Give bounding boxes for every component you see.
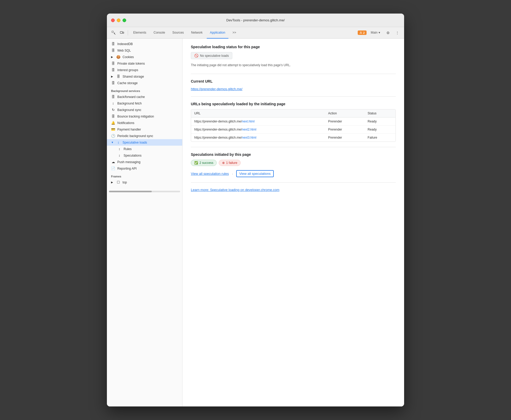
view-speculations-link[interactable]: View all speculations <box>236 170 274 177</box>
action-cell-1: Prerender <box>325 118 365 126</box>
close-button[interactable] <box>111 18 115 22</box>
view-rules-link[interactable]: View all speculation rules <box>191 172 229 176</box>
speculations-icon: ↕ <box>117 153 121 157</box>
check-circle-icon: ✅ <box>194 161 198 165</box>
sidebar-item-top[interactable]: ▶ ☐ top <box>107 179 182 186</box>
sidebar-item-periodic-bg-sync[interactable]: 🕐 Periodic background sync <box>107 133 182 139</box>
chevron-down-icon: ▼ <box>111 141 114 144</box>
sidebar-item-interest-groups[interactable]: 🗄 Interest groups <box>107 67 182 73</box>
sidebar-scrollbar[interactable] <box>109 191 180 192</box>
sidebar-item-cookies[interactable]: ▶ 🍪 Cookies <box>107 54 182 60</box>
bg-section-label: Background services <box>107 86 182 94</box>
speculations-title: Speculations initiated by this page <box>191 152 396 157</box>
database-icon: 🗄 <box>111 48 115 52</box>
speculative-icon: ↕ <box>116 140 120 144</box>
fetch-icon: ↕ <box>111 101 115 105</box>
sidebar-item-reporting-api[interactable]: 📄 Reporting API <box>107 165 182 172</box>
frame-icon: ☐ <box>116 180 120 184</box>
initiating-page-text: The initiating page did not attempt to s… <box>191 63 396 67</box>
sidebar-item-bg-sync[interactable]: ↻ Background sync <box>107 107 182 113</box>
sidebar-item-rules[interactable]: ↕ Rules <box>107 146 182 152</box>
minimize-button[interactable] <box>117 18 120 22</box>
table-row: https://prerender-demos.glitch.me/next3.… <box>191 134 396 142</box>
sidebar-item-websql[interactable]: 🗄 Web SQL <box>107 47 182 54</box>
traffic-lights <box>111 18 126 22</box>
main-layout: 🗄 IndexedDB 🗄 Web SQL ▶ 🍪 Cookies 🗄 Priv… <box>107 39 404 406</box>
x-circle-icon: ⊗ <box>222 161 225 165</box>
settings-icon[interactable]: ⚙ <box>384 29 392 36</box>
urls-table-title: URLs being speculatively loaded by the i… <box>191 102 396 106</box>
sidebar-item-bounce-tracking[interactable]: 🗄 Bounce tracking mitigation <box>107 113 182 120</box>
tab-console[interactable]: Console <box>150 27 168 39</box>
maximize-button[interactable] <box>123 18 126 22</box>
url-cell-2: https://prerender-demos.glitch.me/next2.… <box>191 126 325 134</box>
urls-table: URL Action Status https://prerender-demo… <box>191 109 396 142</box>
links-row: View all speculation rules · View all sp… <box>191 170 396 177</box>
device-toggle-icon[interactable] <box>118 29 126 36</box>
sidebar-item-speculations[interactable]: ↕ Speculations <box>107 152 182 159</box>
speculative-loading-title: Speculative loading status for this page <box>191 45 396 49</box>
scrollbar-thumb <box>109 191 152 192</box>
tab-elements[interactable]: Elements <box>130 27 149 39</box>
status-cell-1: Ready <box>364 118 396 126</box>
failure-badge: ⊗ 1 failure <box>219 160 241 166</box>
sidebar-item-notifications[interactable]: 🔔 Notifications <box>107 120 182 126</box>
main-content: Speculative loading status for this page… <box>182 39 404 406</box>
chevron-right-icon: ▶ <box>111 181 114 184</box>
tab-application[interactable]: Application <box>207 27 228 39</box>
sidebar-item-indexeddb[interactable]: 🗄 IndexedDB <box>107 41 182 47</box>
no-loads-badge: 🚫 No speculative loads <box>191 52 232 59</box>
database-icon: 🗄 <box>111 42 115 46</box>
col-url: URL <box>191 109 325 118</box>
section-divider-1 <box>191 74 396 74</box>
toolbar-right: ⚠ 2 Main ▾ ⚙ ⋮ <box>358 27 401 38</box>
svg-rect-1 <box>120 32 123 33</box>
sidebar-item-speculative-loads[interactable]: ▼ ↕ Speculative loads <box>107 139 182 146</box>
sidebar-item-push-messaging[interactable]: ☁ Push messaging <box>107 159 182 165</box>
database-icon: 🗄 <box>116 75 120 78</box>
section-divider-4 <box>191 182 396 183</box>
col-status: Status <box>364 109 396 118</box>
sidebar-item-bg-fetch[interactable]: ↕ Background fetch <box>107 100 182 107</box>
table-row: https://prerender-demos.glitch.me/next2.… <box>191 126 396 134</box>
window-title: DevTools - prerender-demos.glitch.me/ <box>226 18 285 22</box>
more-options-icon[interactable]: ⋮ <box>394 29 401 36</box>
tracking-icon: 🗄 <box>111 114 115 118</box>
issue-badge[interactable]: ⚠ 2 <box>358 30 367 35</box>
sidebar-item-private-state[interactable]: 🗄 Private state tokens <box>107 60 182 67</box>
status-cell-3: Failure <box>364 134 396 142</box>
sidebar: 🗄 IndexedDB 🗄 Web SQL ▶ 🍪 Cookies 🗄 Priv… <box>107 39 182 406</box>
bell-icon: 🔔 <box>111 121 115 125</box>
clock-icon: 🕐 <box>111 134 115 138</box>
url-cell-3: https://prerender-demos.glitch.me/next3.… <box>191 134 325 142</box>
tab-network[interactable]: Network <box>188 27 206 39</box>
frames-section-label: Frames <box>107 172 182 179</box>
warning-icon: ⚠ <box>360 31 362 34</box>
tab-sources[interactable]: Sources <box>169 27 187 39</box>
main-dropdown[interactable]: Main ▾ <box>369 27 382 39</box>
sidebar-item-shared-storage[interactable]: ▶ 🗄 Shared storage <box>107 73 182 80</box>
cache-icon: 🗄 <box>111 95 115 99</box>
cloud-icon: ☁ <box>111 160 115 164</box>
cookie-icon: 🍪 <box>116 55 120 59</box>
speculations-section: Speculations initiated by this page ✅ 2 … <box>191 152 396 177</box>
sync-icon: ↻ <box>111 108 115 112</box>
dot-separator: · <box>232 172 233 176</box>
learn-more-link[interactable]: Learn more: Speculative loading on devel… <box>191 188 396 192</box>
selector-icon[interactable] <box>110 29 117 36</box>
database-icon: 🗄 <box>111 81 115 85</box>
action-cell-3: Prerender <box>325 134 365 142</box>
database-icon: 🗄 <box>111 68 115 72</box>
current-url-title: Current URL <box>191 79 396 83</box>
tab-more[interactable]: >> <box>229 27 239 39</box>
current-url-link[interactable]: https://prerender-demos.glitch.me/ <box>191 87 242 91</box>
chevron-right-icon: ▶ <box>111 75 114 78</box>
sidebar-item-cache-storage[interactable]: 🗄 Cache storage <box>107 80 182 86</box>
sidebar-item-back-forward[interactable]: 🗄 Back/forward cache <box>107 94 182 100</box>
col-action: Action <box>325 109 365 118</box>
action-cell-2: Prerender <box>325 126 365 134</box>
no-entry-icon: 🚫 <box>194 54 198 58</box>
chevron-down-icon: ▾ <box>379 31 380 34</box>
titlebar: DevTools - prerender-demos.glitch.me/ <box>107 14 404 27</box>
sidebar-item-payment-handler[interactable]: 💳 Payment handler <box>107 126 182 133</box>
